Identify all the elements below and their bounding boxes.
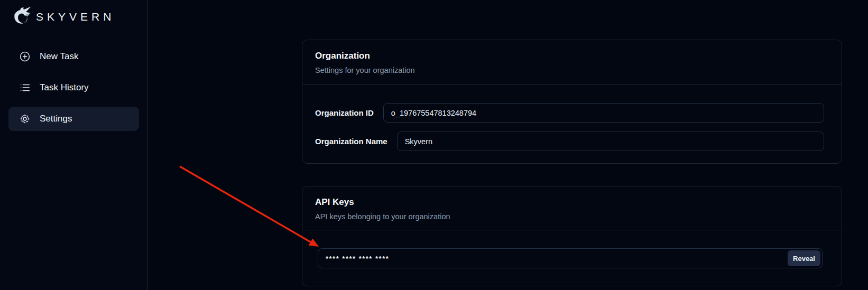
organization-id-label: Organization ID [315, 108, 374, 117]
api-keys-card-header: API Keys API keys belonging to your orga… [302, 186, 842, 230]
sidebar-item-new-task[interactable]: New Task [8, 44, 139, 69]
sidebar: SKYVERN New Task Task History [0, 0, 148, 290]
organization-name-row: Organization Name [315, 132, 824, 151]
organization-card-title: Organization [315, 51, 829, 61]
sidebar-item-label: New Task [40, 51, 78, 62]
brand-wordmark: SKYVERN [36, 11, 115, 23]
gear-icon [19, 113, 31, 125]
organization-card: Organization Settings for your organizat… [302, 40, 842, 164]
organization-card-content: Organization ID Organization Name [302, 85, 842, 164]
organization-card-subtitle: Settings for your organization [315, 66, 829, 74]
api-key-masked-value: **** **** **** **** [326, 255, 389, 263]
api-key-field[interactable]: **** **** **** **** Reveal [318, 248, 823, 268]
plus-circle-icon [19, 51, 31, 62]
api-keys-card-title: API Keys [315, 197, 829, 208]
api-keys-card-content: **** **** **** **** Reveal [302, 230, 842, 268]
skyvern-logo-icon [8, 5, 33, 29]
api-keys-card: API Keys API keys belonging to your orga… [302, 186, 842, 286]
organization-id-input[interactable] [383, 103, 824, 123]
sidebar-item-label: Task History [40, 82, 89, 93]
organization-name-label: Organization Name [315, 137, 387, 146]
sidebar-item-task-history[interactable]: Task History [8, 76, 139, 100]
brand: SKYVERN [8, 3, 139, 31]
organization-card-header: Organization Settings for your organizat… [302, 40, 842, 85]
sidebar-item-label: Settings [40, 114, 72, 124]
list-icon [19, 82, 31, 93]
organization-name-input[interactable] [397, 132, 824, 151]
reveal-button[interactable]: Reveal [788, 250, 820, 266]
organization-id-row: Organization ID [315, 103, 824, 123]
api-keys-card-subtitle: API keys belonging to your organization [315, 212, 829, 221]
sidebar-nav: New Task Task History Settings [8, 44, 139, 131]
sidebar-item-settings[interactable]: Settings [8, 107, 139, 131]
